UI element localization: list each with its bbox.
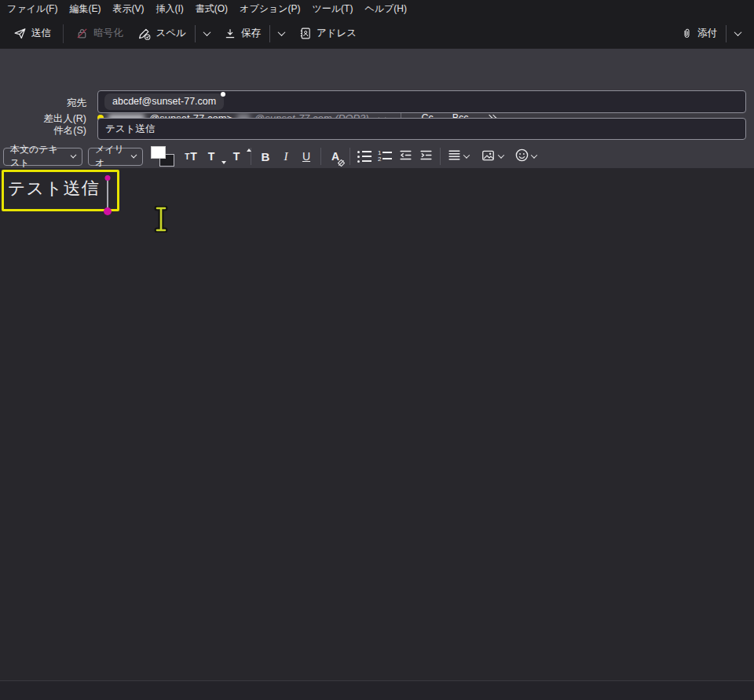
bold-glyph: B [262,150,270,163]
send-button[interactable]: 送信 [6,22,58,45]
recipient-pill[interactable]: abcdef@sunset-77.com [104,93,224,110]
save-download-icon [224,27,236,40]
save-split-button: 保存 [217,22,291,45]
attach-split-button: 添付 [674,22,748,45]
increase-font-size-button[interactable]: T [226,146,247,167]
save-label: 保存 [241,27,261,40]
menu-help[interactable]: ヘルプ(H) [364,2,407,16]
font-size-button[interactable]: TT [181,146,201,167]
menu-format[interactable]: 書式(O) [196,2,228,16]
remove-styling-button[interactable]: A [325,146,346,167]
menu-view[interactable]: 表示(V) [112,2,144,16]
save-dropdown-button[interactable] [272,26,291,41]
italic-button[interactable]: I [276,146,296,167]
toolbar-separator [63,24,64,43]
recipient-pill-wrap: abcdef@sunset-77.com [104,93,224,110]
spell-dropdown-button[interactable] [197,26,217,41]
caret-handle-top [105,175,111,181]
text-color-picker[interactable] [151,146,174,167]
menu-options[interactable]: オプション(P) [240,2,300,16]
bold-button[interactable]: B [255,146,276,167]
image-icon [480,148,496,165]
format-separator [320,148,321,165]
outdent-icon [398,148,413,164]
ibeam-cursor-icon [154,206,168,236]
split-divider [195,25,196,42]
underline-button[interactable]: U [296,146,317,167]
paperclip-icon [681,27,693,40]
attach-button[interactable]: 添付 [674,22,724,45]
slash-diamond-icon [338,157,345,164]
font-value: メイリオ [95,143,126,170]
spell-button[interactable]: スペル [130,22,193,46]
chevron-down-icon [131,152,137,159]
format-toolbar: 本文のテキスト メイリオ TT T T B I U [0,145,754,168]
menu-file[interactable]: ファイル(F) [7,2,57,16]
subject-input[interactable] [97,118,746,140]
alignment-button[interactable] [445,146,471,167]
format-separator [440,148,441,165]
chevron-down-icon [71,152,77,159]
send-label: 送信 [31,27,51,40]
message-body-editor[interactable]: テスト送信 [0,168,754,680]
menu-edit[interactable]: 編集(E) [69,2,101,16]
smiley-icon [514,148,529,165]
small-t-glyph: T [185,152,189,161]
align-text-icon [447,148,462,164]
message-headers: 差出人(R) @sunset-77.com> @sunset-77.com (P… [0,49,754,145]
insert-image-button[interactable] [478,146,506,167]
ol-digit: 2 [378,156,381,163]
insert-smiley-button[interactable] [512,146,539,167]
caret-handle-bottom [104,207,112,215]
menu-insert[interactable]: 挿入(I) [156,2,183,16]
indent-button[interactable] [415,146,436,167]
numbered-list-button[interactable]: 1 2 [375,146,395,167]
subject-label: 件名(S) [0,124,86,137]
pill-indicator-dot [221,92,225,97]
address-button[interactable]: アドレス [291,22,364,45]
attach-dropdown-button[interactable] [728,26,748,41]
address-book-icon [298,27,312,40]
text-caret [107,178,108,211]
decrease-font-size-button[interactable]: T [201,146,221,167]
to-field[interactable]: abcdef@sunset-77.com [97,90,746,113]
bullet-list-button[interactable] [354,146,375,167]
address-label: アドレス [317,27,357,40]
to-row: 宛先 abcdef@sunset-77.com [0,90,746,113]
t-glyph: T [233,150,240,163]
save-button[interactable]: 保存 [217,22,268,45]
chevron-down-icon [277,28,285,36]
encrypt-button[interactable]: 暗号化 [68,22,130,45]
italic-glyph: I [284,150,288,163]
chevron-down-icon [203,28,210,36]
chevron-down-icon [734,28,742,36]
chevron-down-icon [463,152,470,158]
bullet-list-icon [357,151,372,163]
menubar: ファイル(F) 編集(E) 表示(V) 挿入(I) 書式(O) オプション(P)… [0,0,754,18]
chevron-down-icon [498,152,504,158]
format-separator [350,148,350,165]
font-select[interactable]: メイリオ [88,148,143,166]
outdent-button[interactable] [395,146,415,167]
numbered-list-icon: 1 2 [378,150,392,163]
paragraph-style-select[interactable]: 本文のテキスト [3,148,82,166]
compose-toolbar: 送信 暗号化 [0,18,754,49]
triangle-up-icon [247,148,251,152]
indent-icon [419,148,434,164]
paper-plane-icon [13,27,27,40]
split-divider [269,25,270,42]
to-label: 宛先 [0,97,86,110]
body-text: テスト送信 [8,177,100,200]
paragraph-style-value: 本文のテキスト [10,143,65,170]
large-t-glyph: T [190,150,197,163]
lock-slash-icon [75,27,89,40]
menu-tools[interactable]: ツール(T) [313,2,353,16]
foreground-color-swatch [151,146,166,159]
spell-label: スペル [156,27,186,40]
compose-window: ファイル(F) 編集(E) 表示(V) 挿入(I) 書式(O) オプション(P)… [0,0,754,700]
underline-glyph: U [302,150,310,163]
spell-check-icon [137,27,152,41]
attach-label: 添付 [697,27,717,40]
encrypt-label: 暗号化 [93,27,123,40]
t-glyph: T [208,150,215,163]
